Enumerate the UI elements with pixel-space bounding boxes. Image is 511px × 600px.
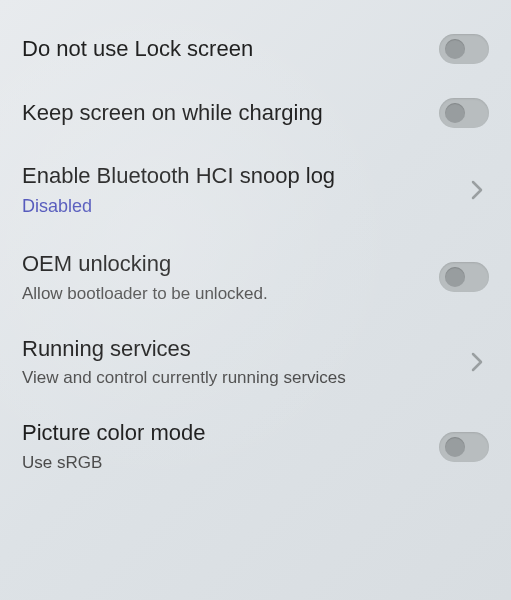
setting-lock-screen[interactable]: Do not use Lock screen xyxy=(22,18,489,82)
toggle-picture-color[interactable] xyxy=(439,432,489,462)
setting-text: Picture color mode Use sRGB xyxy=(22,419,439,474)
settings-list: Do not use Lock screen Keep screen on wh… xyxy=(0,0,511,490)
setting-title: Running services xyxy=(22,335,453,364)
setting-text: Do not use Lock screen xyxy=(22,35,439,64)
setting-picture-color[interactable]: Picture color mode Use sRGB xyxy=(22,405,489,490)
setting-bluetooth-hci[interactable]: Enable Bluetooth HCI snoop log Disabled xyxy=(22,146,489,236)
setting-title: Keep screen on while charging xyxy=(22,99,427,128)
toggle-keep-screen[interactable] xyxy=(439,98,489,128)
setting-subtitle: Allow bootloader to be unlocked. xyxy=(22,283,427,305)
setting-keep-screen[interactable]: Keep screen on while charging xyxy=(22,82,489,146)
setting-subtitle: Disabled xyxy=(22,195,453,218)
setting-subtitle: Use sRGB xyxy=(22,452,427,474)
setting-text: Running services View and control curren… xyxy=(22,335,465,390)
chevron-right-icon xyxy=(465,350,489,374)
setting-title: Picture color mode xyxy=(22,419,427,448)
setting-subtitle: View and control currently running servi… xyxy=(22,367,453,389)
setting-text: OEM unlocking Allow bootloader to be unl… xyxy=(22,250,439,305)
setting-title: Do not use Lock screen xyxy=(22,35,427,64)
setting-oem-unlocking[interactable]: OEM unlocking Allow bootloader to be unl… xyxy=(22,236,489,321)
setting-title: OEM unlocking xyxy=(22,250,427,279)
setting-text: Keep screen on while charging xyxy=(22,99,439,128)
chevron-right-icon xyxy=(465,178,489,202)
toggle-lock-screen[interactable] xyxy=(439,34,489,64)
setting-text: Enable Bluetooth HCI snoop log Disabled xyxy=(22,162,465,218)
setting-title: Enable Bluetooth HCI snoop log xyxy=(22,162,453,191)
setting-running-services[interactable]: Running services View and control curren… xyxy=(22,321,489,406)
toggle-oem-unlocking[interactable] xyxy=(439,262,489,292)
